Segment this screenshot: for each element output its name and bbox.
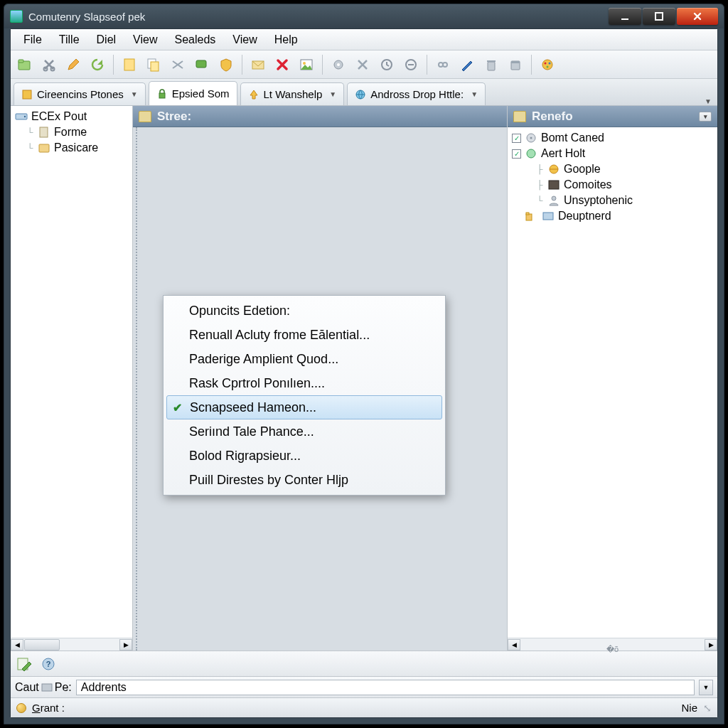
tools-icon[interactable]	[353, 55, 373, 75]
svg-rect-47	[42, 684, 52, 691]
address-dropdown[interactable]: ▼	[699, 680, 713, 695]
scroll-left-icon[interactable]: ◀	[11, 639, 23, 651]
right-tree[interactable]: ✓ Bomt Caned ✓ Aert Holt ├ Goople	[508, 127, 717, 638]
svg-rect-6	[124, 59, 134, 70]
mail-icon[interactable]	[248, 55, 268, 75]
svg-rect-17	[408, 64, 414, 65]
svg-point-32	[24, 116, 26, 117]
tab-label: Epsied Som	[172, 87, 230, 100]
tab[interactable]: Cireencins Ptones ▼	[14, 82, 146, 105]
minimize-button[interactable]	[609, 8, 641, 25]
note-icon[interactable]	[119, 55, 139, 75]
scissors-icon[interactable]	[168, 55, 188, 75]
help-circle-icon[interactable]: ?	[41, 656, 58, 672]
svg-rect-20	[488, 62, 495, 70]
tab-label: Cireencins Ptones	[37, 88, 124, 100]
toolbar-sep	[531, 55, 532, 75]
close-button[interactable]	[677, 8, 718, 25]
tree-node[interactable]: └ Unsyptohenic	[509, 193, 716, 208]
shield-icon[interactable]	[216, 55, 236, 75]
tree-label: Deuptnerd	[558, 210, 611, 223]
arrow-up-icon	[248, 89, 259, 100]
checkbox[interactable]: ✓	[512, 134, 521, 143]
svg-rect-8	[151, 62, 159, 71]
context-menu-item[interactable]: Rask Cprtrol Ponılıen....	[165, 371, 444, 395]
menu-item[interactable]: Diel	[88, 31, 125, 49]
menu-item[interactable]: Help	[266, 31, 306, 49]
scroll-right-icon[interactable]: ▶	[705, 639, 717, 651]
address-input[interactable]: Addrents	[76, 680, 695, 695]
svg-point-26	[549, 62, 551, 64]
tree-label: Unsyptohenic	[564, 194, 633, 207]
scroll-thumb[interactable]	[24, 639, 60, 651]
palette-icon[interactable]	[537, 55, 557, 75]
photo-icon	[547, 179, 560, 191]
svg-rect-34	[39, 144, 49, 152]
tree-label: Goople	[564, 163, 601, 176]
refresh-icon[interactable]	[87, 55, 107, 75]
tree-node[interactable]: Deuptnerd	[509, 208, 716, 224]
maximize-button[interactable]	[643, 8, 675, 25]
new-folder-icon[interactable]	[15, 55, 35, 75]
svg-rect-0	[621, 18, 628, 20]
scroll-left-icon[interactable]: ◀	[508, 639, 520, 651]
minus-circle-icon[interactable]	[401, 55, 421, 75]
context-menu-item[interactable]: Bolod Rigrapsieur...	[165, 444, 444, 468]
tab[interactable]: Epsied Som	[149, 81, 237, 105]
window-buttons	[609, 8, 718, 25]
tree-node[interactable]: ECEx Pout	[12, 109, 131, 124]
menu-item[interactable]: Tille	[50, 31, 88, 49]
flag-icon[interactable]	[192, 55, 212, 75]
gear-gray-icon[interactable]	[328, 55, 348, 75]
trash-icon[interactable]	[481, 55, 501, 75]
title-bar[interactable]: Comutenry Slapseof pek	[4, 4, 724, 28]
copy-icon[interactable]	[144, 55, 164, 75]
pencil-icon[interactable]	[63, 55, 83, 75]
context-menu-item[interactable]: Renuall Acluty frome Eālential...	[165, 323, 444, 347]
status-right: Nie	[681, 702, 697, 714]
checkbox[interactable]: ✓	[512, 149, 521, 159]
left-tree[interactable]: ECEx Pout └ Forme └ Pasicare	[11, 106, 132, 638]
context-menu-item[interactable]: Seriınd Tale Phance...	[165, 419, 444, 444]
tree-label: Forme	[54, 126, 87, 139]
menu-item[interactable]: Sealeds	[166, 31, 224, 49]
cut-icon[interactable]	[39, 55, 59, 75]
context-menu-item[interactable]: ✔Scnapseed Hameon...	[166, 395, 442, 419]
menu-item[interactable]: View	[224, 31, 265, 49]
edit-note-icon[interactable]	[16, 656, 33, 672]
pen-blue-icon[interactable]	[457, 55, 477, 75]
resize-grip-icon[interactable]: ⤡	[703, 702, 712, 714]
tree-node[interactable]: ✓ Bomt Caned	[509, 130, 716, 146]
tree-node[interactable]: ✓ Aert Holt	[509, 146, 716, 161]
context-menu-item[interactable]: Paderige Amplient Quod...	[165, 347, 444, 371]
link-icon[interactable]	[433, 55, 453, 75]
tab[interactable]: Lt Wanshelp ▼	[240, 82, 345, 105]
tab[interactable]: Andross Drop Httle: ▼	[347, 82, 486, 105]
context-menu-item[interactable]: Puill Direstes by Conter Hljp	[165, 468, 444, 492]
context-menu-item[interactable]: Opuncits Edetion:	[165, 299, 444, 323]
box-icon	[38, 142, 50, 154]
tab-overflow-dropdown[interactable]: ▼	[700, 97, 714, 105]
left-hscrollbar[interactable]: ◀ ▶	[11, 638, 132, 651]
scroll-right-icon[interactable]: ▶	[119, 639, 132, 651]
folder-icon	[513, 111, 526, 122]
center-pane: Stree: Opuncits Edetion: Renuall Acluty …	[133, 106, 507, 651]
menu-item[interactable]: File	[15, 31, 50, 49]
tree-node[interactable]: ├ Goople	[509, 161, 716, 177]
menu-bar: File Tille Diel View Sealeds View Help	[11, 29, 717, 50]
tree-node[interactable]: └ Pasicare	[12, 140, 131, 156]
tree-node[interactable]: ├ Comoites	[509, 177, 716, 193]
tree-label: Pasicare	[54, 141, 98, 154]
tree-node[interactable]: └ Forme	[12, 124, 131, 140]
image-icon[interactable]	[296, 55, 316, 75]
right-hscrollbar[interactable]: ◀ �õ ▶	[508, 638, 717, 651]
center-body[interactable]: Opuncits Edetion: Renuall Acluty frome E…	[136, 127, 507, 651]
clock-icon[interactable]	[377, 55, 397, 75]
tree-connector: └	[26, 143, 34, 153]
toolbar-sep	[113, 55, 114, 75]
menu-item[interactable]: View	[124, 31, 166, 49]
archive-icon[interactable]	[505, 55, 525, 75]
delete-x-icon[interactable]	[272, 55, 292, 75]
collapse-button[interactable]: ▾	[699, 112, 712, 122]
address-label: Caut Pe:	[15, 681, 72, 694]
